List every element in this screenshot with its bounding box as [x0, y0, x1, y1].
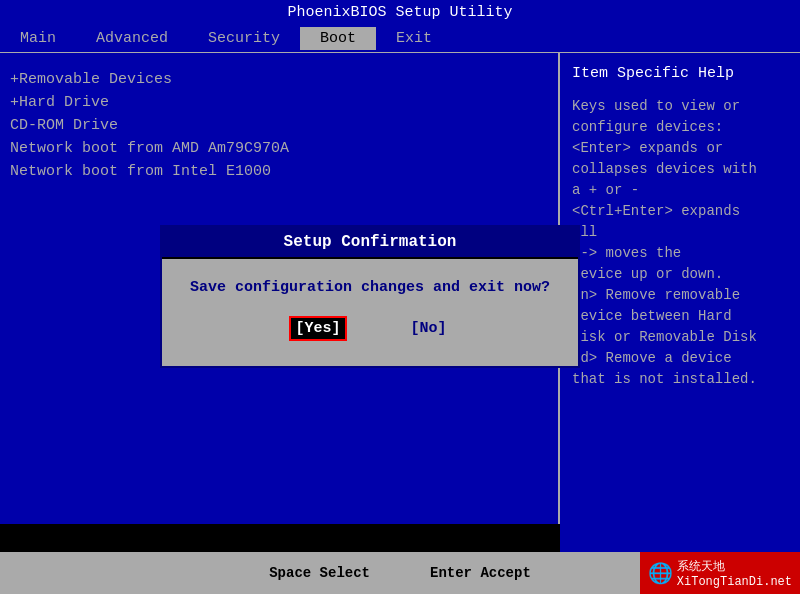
dialog-buttons: [Yes] [No] — [182, 316, 558, 351]
left-panel-bottom-bar — [0, 524, 560, 552]
menu-item-security[interactable]: Security — [188, 27, 300, 50]
boot-item-2[interactable]: CD-ROM Drive — [10, 114, 548, 137]
help-text: Keys used to view or configure devices: … — [572, 96, 788, 390]
boot-item-1[interactable]: +Hard Drive — [10, 91, 548, 114]
menu-item-advanced[interactable]: Advanced — [76, 27, 188, 50]
yes-button[interactable]: [Yes] — [289, 316, 346, 341]
no-button[interactable]: [No] — [407, 316, 451, 341]
dialog-title: Setup Confirmation — [162, 227, 578, 259]
dialog: Setup Confirmation Save configuration ch… — [160, 225, 580, 368]
watermark-text: 系统天地 XiTongTianDi.net — [677, 558, 792, 589]
app-title: PhoenixBIOS Setup Utility — [287, 4, 512, 21]
boot-item-4[interactable]: Network boot from Intel E1000 — [10, 160, 548, 183]
footer-item-enter: Enter Accept — [430, 565, 531, 581]
footer-item-space: Space Select — [269, 565, 370, 581]
boot-item-3[interactable]: Network boot from AMD Am79C970A — [10, 137, 548, 160]
menu-bar: Main Advanced Security Boot Exit — [0, 25, 800, 53]
watermark: 🌐 系统天地 XiTongTianDi.net — [640, 552, 800, 594]
title-bar: PhoenixBIOS Setup Utility — [0, 0, 800, 25]
menu-item-exit[interactable]: Exit — [376, 27, 452, 50]
boot-item-0[interactable]: +Removable Devices — [10, 68, 548, 91]
watermark-line2: XiTongTianDi.net — [677, 575, 792, 589]
footer: Space Select Enter Accept 🌐 系统天地 XiTongT… — [0, 552, 800, 594]
watermark-icon: 🌐 — [648, 561, 673, 586]
right-panel: Item Specific Help Keys used to view or … — [560, 53, 800, 567]
menu-item-main[interactable]: Main — [0, 27, 76, 50]
dialog-message: Save configuration changes and exit now? — [182, 279, 558, 296]
dialog-body: Save configuration changes and exit now?… — [162, 259, 578, 366]
menu-item-boot[interactable]: Boot — [300, 27, 376, 50]
help-title: Item Specific Help — [572, 63, 788, 86]
watermark-line1: 系统天地 — [677, 558, 792, 575]
